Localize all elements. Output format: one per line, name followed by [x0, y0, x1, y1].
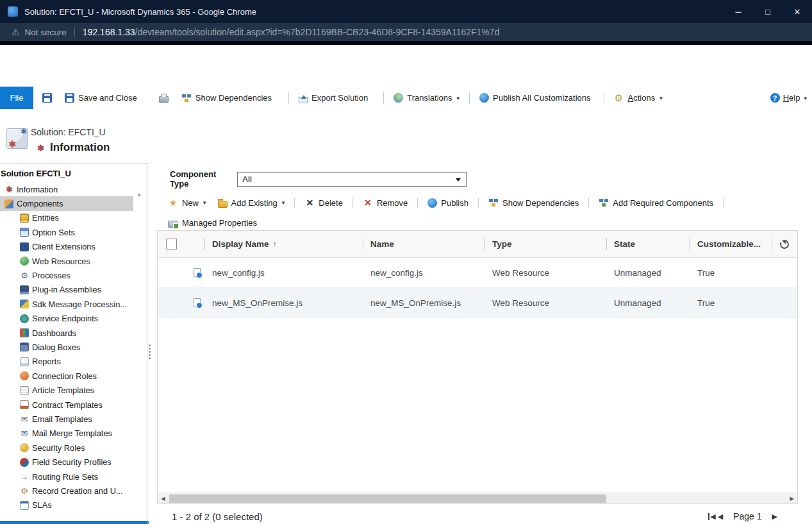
minimize-button[interactable]: ─ — [724, 0, 753, 23]
show-dependencies-icon — [488, 198, 499, 208]
sidebar-item-dashboards[interactable]: Dashboards — [0, 326, 133, 340]
actions-button[interactable]: Actions ▾ — [608, 87, 669, 109]
column-header-display-name[interactable]: Display Name ↑ — [204, 231, 363, 257]
component-type-select[interactable]: All — [237, 172, 467, 187]
save-button[interactable] — [36, 87, 58, 109]
scroll-left-arrow[interactable]: ◀ — [158, 493, 169, 503]
export-solution-icon — [299, 97, 308, 103]
publish-label: Publish — [441, 198, 468, 208]
save-and-close-label: Save and Close — [78, 93, 137, 103]
cell-display-name[interactable]: new_config.js — [204, 258, 363, 287]
sidebar-item-email-templates[interactable]: Email Templates — [0, 412, 133, 426]
sidebar-item-information[interactable]: Information — [0, 182, 133, 196]
email-templates-icon — [20, 414, 29, 423]
sidebar-item-sdk-message-processing[interactable]: Sdk Message Processin... — [0, 297, 133, 311]
sidebar-item-connection-roles[interactable]: Connection Roles — [0, 369, 133, 383]
delete-button[interactable]: Delete — [299, 193, 349, 212]
scroll-right-arrow[interactable]: ▶ — [786, 493, 797, 503]
new-button[interactable]: New ▾ — [162, 193, 212, 212]
sidebar-item-service-endpoints[interactable]: Service Endpoints — [0, 312, 133, 326]
translations-button[interactable]: Translations ▾ — [387, 87, 466, 109]
add-required-components-label: Add Required Components — [613, 198, 713, 208]
add-existing-button[interactable]: Add Existing ▾ — [212, 193, 291, 212]
solution-navigation-sidebar: Solution EFCTI_U Information Components … — [0, 164, 149, 524]
sidebar-item-routing-rule-sets[interactable]: Routing Rule Sets — [0, 469, 133, 484]
sidebar-item-slas[interactable]: SLAs — [0, 498, 133, 512]
horizontal-scrollbar[interactable]: ◀ ▶ — [158, 493, 797, 503]
file-tab[interactable]: File — [0, 87, 33, 109]
sidebar-item-label: Entities — [32, 213, 59, 223]
sidebar-item-label: Article Templates — [32, 385, 94, 395]
column-header-customizable[interactable]: Customizable... — [690, 231, 772, 257]
table-row[interactable]: new_MS_OnPremise.js new_MS_OnPremise.js … — [158, 288, 797, 318]
sidebar-item-mail-merge-templates[interactable]: Mail Merge Templates — [0, 427, 133, 441]
managed-properties-button[interactable]: Managed Properties — [162, 215, 257, 230]
sidebar-item-label: Dashboards — [32, 328, 76, 338]
window-controls: ─ □ ✕ — [724, 0, 812, 23]
url-path[interactable]: /devteam/tools/solution/edit.aspx?id=%7b… — [135, 27, 500, 37]
publish-all-customizations-button[interactable]: Publish All Customizations — [473, 87, 597, 109]
sidebar-item-contract-templates[interactable]: Contract Templates — [0, 398, 133, 412]
show-dependencies-grid-button[interactable]: Show Dependencies — [483, 193, 584, 212]
scrollbar-thumb[interactable] — [169, 494, 606, 503]
sidebar-item-article-templates[interactable]: Article Templates — [0, 383, 133, 397]
plugin-assemblies-icon — [20, 285, 29, 294]
web-resources-icon — [20, 257, 29, 266]
show-dependencies-button[interactable]: Show Dependencies — [175, 87, 278, 109]
sidebar-item-client-extensions[interactable]: Client Extensions — [0, 240, 133, 254]
sidebar-item-label: Client Extensions — [32, 242, 95, 251]
remove-button[interactable]: Remove — [357, 193, 413, 212]
security-label[interactable]: Not secure — [25, 28, 67, 37]
sidebar-scroll-up-arrow[interactable]: ▲ — [134, 191, 144, 198]
sidebar-item-security-roles[interactable]: Security Roles — [0, 441, 133, 455]
mail-merge-templates-icon — [20, 429, 29, 438]
sidebar-item-label: Service Endpoints — [32, 314, 98, 323]
sidebar-item-dialog-boxes[interactable]: Dialog Boxes — [0, 340, 133, 354]
column-header-type[interactable]: Type — [485, 231, 606, 257]
next-page-button[interactable]: ▶ — [772, 512, 777, 521]
solution-name-label: Solution: EFCTI_U — [31, 127, 106, 137]
url-host[interactable]: 192.168.1.33 — [83, 27, 135, 37]
sidebar-item-reports[interactable]: Reports — [0, 355, 133, 369]
sidebar-item-label: Processes — [32, 271, 70, 280]
not-secure-warning-icon[interactable]: ⚠ — [12, 27, 20, 37]
new-label: New — [182, 198, 199, 208]
export-solution-button[interactable]: Export Solution — [292, 87, 374, 109]
sidebar-item-components[interactable]: Components — [0, 196, 133, 210]
pagination: ◀ ◀ Page 1 ▶ — [708, 507, 777, 524]
sidebar-item-label: SLAs — [32, 500, 52, 510]
cell-display-name[interactable]: new_MS_OnPremise.js — [204, 288, 363, 317]
sidebar-item-plugin-assemblies[interactable]: Plug-in Assemblies — [0, 283, 133, 297]
column-header-name[interactable]: Name — [363, 231, 485, 257]
print-button[interactable] — [153, 87, 175, 109]
first-page-button[interactable]: ◀ — [708, 512, 715, 521]
chevron-down-icon: ▾ — [457, 95, 460, 101]
add-required-components-button[interactable]: Add Required Components — [593, 193, 719, 212]
window-titlebar: Solution: EFCTI_U - Microsoft Dynamics 3… — [0, 0, 812, 23]
sidebar-item-record-creation[interactable]: Record Creation and U... — [0, 484, 133, 498]
table-row[interactable]: new_config.js new_config.js Web Resource… — [158, 258, 797, 288]
select-all-checkbox[interactable] — [166, 239, 177, 249]
address-bar[interactable]: ⚠ Not secure 192.168.1.33/devteam/tools/… — [0, 23, 812, 41]
close-button[interactable]: ✕ — [783, 0, 812, 23]
save-and-close-button[interactable]: Save and Close — [58, 87, 144, 109]
publish-button[interactable]: Publish — [422, 193, 474, 212]
cell-type: Web Resource — [485, 288, 606, 317]
sidebar-splitter[interactable] — [147, 164, 151, 524]
publish-all-icon — [479, 93, 489, 103]
actions-icon — [614, 93, 624, 103]
ribbon-separator — [469, 92, 470, 104]
column-header-state[interactable]: State — [606, 231, 690, 257]
column-label: Display Name — [212, 239, 269, 249]
sidebar-item-processes[interactable]: Processes — [0, 268, 133, 282]
previous-page-button[interactable]: ◀ — [718, 512, 723, 521]
help-button[interactable]: Help ▾ — [766, 87, 811, 109]
cell-customizable: True — [690, 288, 772, 317]
refresh-icon[interactable] — [779, 239, 790, 249]
sidebar-item-option-sets[interactable]: Option Sets — [0, 225, 133, 239]
sidebar-item-field-security-profiles[interactable]: Field Security Profiles — [0, 455, 133, 469]
toolbar-separator — [417, 198, 418, 208]
sidebar-item-entities[interactable]: Entities — [0, 211, 133, 225]
sidebar-item-web-resources[interactable]: Web Resources — [0, 254, 133, 268]
maximize-button[interactable]: □ — [753, 0, 783, 23]
